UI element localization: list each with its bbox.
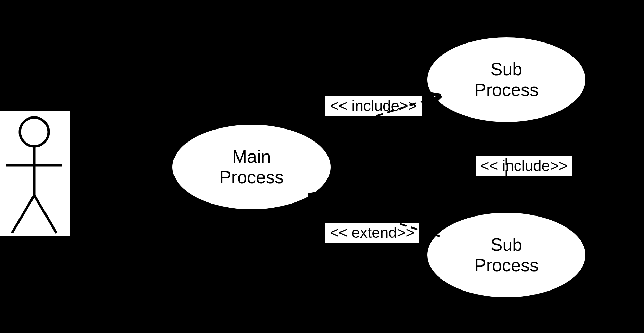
usecase-main-label: Main Process [219,147,284,188]
include-label-right: << include>> [476,156,572,176]
diagram-canvas: Main Process Sub Process Sub Process << … [0,0,644,333]
extend-label: << extend>> [325,223,419,243]
actor-box [0,111,70,236]
include-label-top: << include>> [325,96,422,116]
usecase-sub-bottom: Sub Process [426,211,587,299]
usecase-main: Main Process [171,123,332,211]
usecase-sub-top: Sub Process [426,36,587,123]
usecase-sub-bottom-label: Sub Process [474,235,539,276]
usecase-sub-top-label: Sub Process [474,59,539,100]
